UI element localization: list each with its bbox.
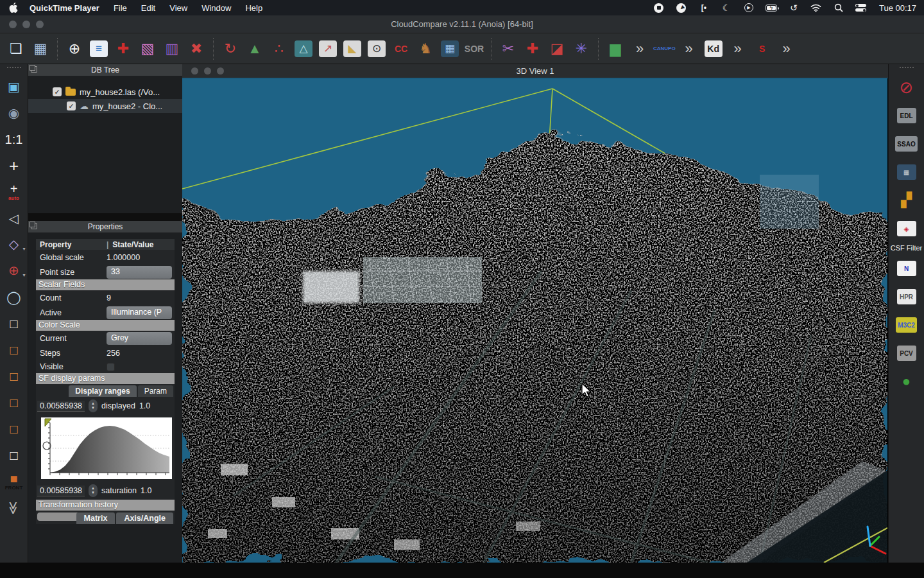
tab-param[interactable]: Param bbox=[138, 385, 173, 397]
more-tools-chevron-icon[interactable]: » bbox=[629, 37, 651, 60]
telegram-icon[interactable]: ◀ bbox=[676, 3, 687, 13]
display-options-icon[interactable]: ▣ bbox=[1, 73, 27, 100]
edl-filter-icon[interactable]: EDL bbox=[890, 101, 923, 130]
float-panel-icon[interactable] bbox=[31, 66, 37, 73]
kdtree-icon[interactable]: Kd bbox=[703, 37, 724, 60]
classify-icon[interactable]: ♞ bbox=[415, 37, 436, 60]
ssao-filter-icon[interactable]: SSAO bbox=[890, 130, 923, 158]
focus-moon-icon[interactable]: ☾ bbox=[721, 3, 732, 13]
wifi-icon[interactable] bbox=[810, 3, 822, 13]
displayed-min-input[interactable]: 0.00585938 bbox=[37, 401, 85, 412]
chevron-icon-4[interactable]: » bbox=[776, 37, 798, 60]
menu-help[interactable]: Help bbox=[245, 3, 262, 13]
point-cloud-canvas[interactable] bbox=[182, 78, 888, 563]
displayed-max-input[interactable]: 1.0 bbox=[139, 401, 151, 410]
animation-icon[interactable]: ▦ bbox=[890, 158, 923, 186]
apple-logo-icon[interactable] bbox=[9, 3, 18, 13]
battery-charging-icon[interactable]: ϟ bbox=[766, 3, 777, 13]
compass-icon[interactable]: ◈ bbox=[890, 215, 923, 243]
register-icon[interactable]: ↻ bbox=[219, 37, 241, 60]
fit-plane-icon[interactable]: ↗ bbox=[317, 37, 339, 60]
align-icon[interactable]: ▲ bbox=[244, 37, 266, 60]
properties-header[interactable]: Properties bbox=[28, 221, 182, 232]
interpolate-icon[interactable]: ◣ bbox=[341, 37, 363, 60]
clipboard-properties-icon[interactable]: ≡ bbox=[88, 37, 110, 60]
clone-icon[interactable]: ▥ bbox=[161, 37, 183, 60]
subsample-icon[interactable]: ∴ bbox=[268, 37, 290, 60]
zoom-1-1-icon[interactable]: 1:1 bbox=[1, 126, 27, 152]
bottom-view-icon[interactable]: □ bbox=[1, 337, 27, 363]
pick-rotation-center-icon[interactable]: ⊕ bbox=[64, 37, 85, 60]
bounding-box-icon[interactable]: ◇▾ bbox=[1, 231, 27, 258]
db-tree-header[interactable]: DB Tree bbox=[28, 64, 182, 76]
tab-axis-angle[interactable]: Axis/Angle bbox=[116, 512, 173, 524]
pick-center-icon[interactable]: + bbox=[1, 152, 27, 179]
right-view-icon[interactable]: □ bbox=[1, 442, 27, 468]
canupo-icon[interactable]: CANUPO bbox=[653, 37, 676, 60]
time-machine-icon[interactable]: ↺ bbox=[788, 3, 800, 13]
point-list-picking-icon[interactable]: ✳ bbox=[570, 37, 592, 60]
front-iso-view-icon[interactable]: ■FRONT bbox=[1, 468, 27, 495]
delete-icon[interactable]: ✖ bbox=[185, 37, 207, 60]
active-sf-select[interactable]: Illuminance (P bbox=[107, 306, 172, 319]
menu-edit[interactable]: Edit bbox=[141, 3, 155, 13]
sf-histogram[interactable] bbox=[36, 415, 175, 482]
zoom-fit-icon[interactable]: ◯ bbox=[1, 284, 27, 310]
m3c2-icon[interactable]: M3C2 bbox=[890, 311, 923, 339]
spinner-arrows-icon[interactable]: ▲▼ bbox=[89, 484, 98, 497]
spline-icon[interactable]: S bbox=[751, 37, 773, 60]
pcv-icon[interactable]: PCV bbox=[890, 339, 923, 367]
float-panel-icon[interactable] bbox=[31, 223, 37, 229]
scissors-segment-icon[interactable]: ✂ bbox=[497, 37, 519, 60]
left-view-icon[interactable]: □ bbox=[1, 416, 27, 442]
cloud-cloud-distance-icon[interactable]: CC bbox=[390, 37, 412, 60]
point-size-select[interactable]: 33 bbox=[107, 266, 172, 279]
viewport-title-bar[interactable]: 3D View 1 bbox=[182, 64, 888, 78]
saturation-max-input[interactable]: 1.0 bbox=[141, 486, 152, 495]
cross-section-icon[interactable]: ◪ bbox=[546, 37, 568, 60]
control-center-icon[interactable] bbox=[855, 3, 867, 13]
spinner-arrows-icon[interactable]: ▲▼ bbox=[89, 399, 98, 412]
save-icon[interactable]: ▦ bbox=[30, 37, 51, 60]
tab-display-ranges[interactable]: Display ranges bbox=[69, 385, 136, 397]
stop-recording-icon[interactable] bbox=[653, 3, 665, 13]
toolbar-handle[interactable] bbox=[7, 67, 21, 69]
translate-rotate-icon[interactable]: ✚ bbox=[522, 37, 543, 60]
sor-filter-icon[interactable]: SOR bbox=[463, 37, 485, 60]
auto-pick-center-icon[interactable]: +auto bbox=[1, 179, 27, 205]
more-views-chevron-icon[interactable]: ≫ bbox=[1, 495, 27, 521]
menu-file[interactable]: File bbox=[114, 3, 127, 13]
screenshot-icon[interactable]: ◉ bbox=[1, 100, 27, 126]
visible-checkbox[interactable] bbox=[107, 363, 115, 371]
menu-clock[interactable]: Tue 00:17 bbox=[879, 3, 916, 13]
point-pair-segment-icon[interactable]: ⊙ bbox=[366, 37, 388, 60]
clean-broom-icon[interactable]: ▞ bbox=[890, 186, 923, 215]
tree-item[interactable]: ✓☁my_house2 - Clo... bbox=[28, 99, 182, 113]
raster-grid-icon[interactable]: ▦ bbox=[439, 37, 461, 60]
hpr-icon[interactable]: HPR bbox=[890, 283, 923, 311]
mesh-delaunay-icon[interactable]: △ bbox=[293, 37, 314, 60]
menu-window[interactable]: Window bbox=[201, 3, 231, 13]
histogram-icon[interactable]: ▆ bbox=[604, 37, 626, 60]
play-circle-icon[interactable]: ▶ bbox=[743, 3, 755, 13]
open-icon[interactable]: ❏ bbox=[5, 37, 27, 60]
tree-item[interactable]: ✓my_house2.las (/Vo... bbox=[28, 85, 182, 99]
back-view-icon[interactable]: □ bbox=[1, 389, 27, 416]
spotlight-search-icon[interactable] bbox=[833, 3, 844, 13]
chevron-icon-2[interactable]: » bbox=[678, 37, 700, 60]
tree-item-checkbox[interactable]: ✓ bbox=[53, 87, 62, 96]
top-view-icon[interactable]: □ bbox=[1, 310, 27, 337]
steps-value[interactable]: 256 bbox=[107, 349, 172, 358]
chevron-icon-3[interactable]: » bbox=[727, 37, 749, 60]
saturation-min-input[interactable]: 0.00585938 bbox=[37, 486, 85, 496]
color-scale-select[interactable]: Grey bbox=[107, 332, 172, 345]
menu-view[interactable]: View bbox=[169, 3, 187, 13]
front-view-icon[interactable]: □ bbox=[1, 363, 27, 389]
set-colors-icon[interactable]: ▧ bbox=[137, 37, 158, 60]
tree-item-checkbox[interactable]: ✓ bbox=[67, 101, 76, 110]
toolbar-handle[interactable] bbox=[900, 67, 914, 69]
normals-icon[interactable]: N bbox=[890, 254, 923, 283]
rotation-symbol-icon[interactable]: ⊕▾ bbox=[1, 258, 27, 284]
previous-view-icon[interactable]: ◁ bbox=[1, 205, 27, 231]
tab-matrix[interactable]: Matrix bbox=[76, 512, 116, 524]
